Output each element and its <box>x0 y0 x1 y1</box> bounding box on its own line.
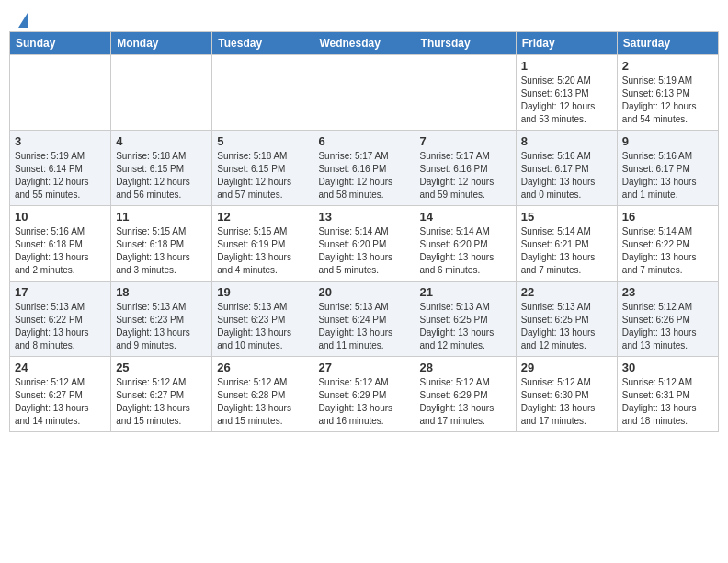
day-info: Sunrise: 5:19 AM Sunset: 6:14 PM Dayligh… <box>15 150 106 201</box>
day-info: Sunrise: 5:12 AM Sunset: 6:30 PM Dayligh… <box>521 376 612 428</box>
day-info: Sunrise: 5:18 AM Sunset: 6:15 PM Dayligh… <box>116 150 207 201</box>
day-cell: 8Sunrise: 5:16 AM Sunset: 6:17 PM Daylig… <box>516 131 617 206</box>
day-number: 9 <box>622 134 713 148</box>
day-info: Sunrise: 5:19 AM Sunset: 6:13 PM Dayligh… <box>622 75 713 126</box>
day-info: Sunrise: 5:17 AM Sunset: 6:16 PM Dayligh… <box>318 150 409 201</box>
week-row-1: 1Sunrise: 5:20 AM Sunset: 6:13 PM Daylig… <box>10 55 719 131</box>
day-number: 15 <box>521 210 612 224</box>
day-cell: 20Sunrise: 5:13 AM Sunset: 6:24 PM Dayli… <box>313 282 415 357</box>
day-cell: 27Sunrise: 5:12 AM Sunset: 6:29 PM Dayli… <box>313 357 415 432</box>
day-info: Sunrise: 5:15 AM Sunset: 6:19 PM Dayligh… <box>217 225 308 277</box>
day-info: Sunrise: 5:17 AM Sunset: 6:16 PM Dayligh… <box>420 150 511 201</box>
day-cell: 23Sunrise: 5:12 AM Sunset: 6:26 PM Dayli… <box>617 282 718 357</box>
day-cell <box>111 55 212 131</box>
day-number: 23 <box>622 285 713 299</box>
logo-triangle-icon <box>18 13 28 28</box>
day-info: Sunrise: 5:12 AM Sunset: 6:26 PM Dayligh… <box>622 301 713 352</box>
dow-header-monday: Monday <box>111 32 212 55</box>
day-cell: 2Sunrise: 5:19 AM Sunset: 6:13 PM Daylig… <box>617 55 718 131</box>
day-cell <box>415 55 516 131</box>
day-info: Sunrise: 5:12 AM Sunset: 6:31 PM Dayligh… <box>622 376 713 428</box>
day-cell: 29Sunrise: 5:12 AM Sunset: 6:30 PM Dayli… <box>516 357 617 432</box>
day-number: 3 <box>15 134 106 148</box>
day-cell: 18Sunrise: 5:13 AM Sunset: 6:23 PM Dayli… <box>111 282 212 357</box>
dow-header-thursday: Thursday <box>415 32 516 55</box>
dow-header-friday: Friday <box>516 32 617 55</box>
day-cell: 11Sunrise: 5:15 AM Sunset: 6:18 PM Dayli… <box>111 206 212 282</box>
week-row-3: 10Sunrise: 5:16 AM Sunset: 6:18 PM Dayli… <box>10 206 719 282</box>
day-number: 26 <box>217 361 308 374</box>
day-number: 19 <box>217 285 308 299</box>
dow-header-saturday: Saturday <box>617 32 718 55</box>
day-cell: 7Sunrise: 5:17 AM Sunset: 6:16 PM Daylig… <box>415 131 516 206</box>
day-number: 10 <box>15 210 106 224</box>
day-cell: 13Sunrise: 5:14 AM Sunset: 6:20 PM Dayli… <box>313 206 415 282</box>
day-info: Sunrise: 5:13 AM Sunset: 6:22 PM Dayligh… <box>15 301 106 352</box>
day-cell: 1Sunrise: 5:20 AM Sunset: 6:13 PM Daylig… <box>516 55 617 131</box>
day-info: Sunrise: 5:13 AM Sunset: 6:24 PM Dayligh… <box>318 301 409 352</box>
dow-header-wednesday: Wednesday <box>313 32 415 55</box>
day-info: Sunrise: 5:14 AM Sunset: 6:20 PM Dayligh… <box>318 225 409 277</box>
day-number: 8 <box>521 134 612 148</box>
day-cell: 4Sunrise: 5:18 AM Sunset: 6:15 PM Daylig… <box>111 131 212 206</box>
day-cell: 12Sunrise: 5:15 AM Sunset: 6:19 PM Dayli… <box>212 206 313 282</box>
day-number: 16 <box>622 210 713 224</box>
day-number: 2 <box>622 59 713 73</box>
day-cell: 3Sunrise: 5:19 AM Sunset: 6:14 PM Daylig… <box>10 131 111 206</box>
day-number: 4 <box>116 134 207 148</box>
day-info: Sunrise: 5:12 AM Sunset: 6:29 PM Dayligh… <box>318 376 409 428</box>
day-cell <box>10 55 111 131</box>
day-number: 21 <box>420 285 511 299</box>
day-number: 14 <box>420 210 511 224</box>
day-number: 11 <box>116 210 207 224</box>
day-info: Sunrise: 5:13 AM Sunset: 6:23 PM Dayligh… <box>116 301 207 352</box>
week-row-5: 24Sunrise: 5:12 AM Sunset: 6:27 PM Dayli… <box>10 357 719 432</box>
day-info: Sunrise: 5:12 AM Sunset: 6:29 PM Dayligh… <box>420 376 511 428</box>
dow-header-tuesday: Tuesday <box>212 32 313 55</box>
day-number: 18 <box>116 285 207 299</box>
day-number: 20 <box>318 285 409 299</box>
day-number: 13 <box>318 210 409 224</box>
day-info: Sunrise: 5:16 AM Sunset: 6:17 PM Dayligh… <box>622 150 713 201</box>
day-cell: 24Sunrise: 5:12 AM Sunset: 6:27 PM Dayli… <box>10 357 111 432</box>
day-number: 25 <box>116 361 207 374</box>
day-number: 27 <box>318 361 409 374</box>
calendar: SundayMondayTuesdayWednesdayThursdayFrid… <box>9 31 719 432</box>
day-number: 28 <box>420 361 511 374</box>
day-cell: 28Sunrise: 5:12 AM Sunset: 6:29 PM Dayli… <box>415 357 516 432</box>
day-info: Sunrise: 5:20 AM Sunset: 6:13 PM Dayligh… <box>521 75 612 126</box>
day-cell: 19Sunrise: 5:13 AM Sunset: 6:23 PM Dayli… <box>212 282 313 357</box>
day-info: Sunrise: 5:14 AM Sunset: 6:22 PM Dayligh… <box>622 225 713 277</box>
day-cell: 6Sunrise: 5:17 AM Sunset: 6:16 PM Daylig… <box>313 131 415 206</box>
day-info: Sunrise: 5:12 AM Sunset: 6:27 PM Dayligh… <box>15 376 106 428</box>
header <box>9 9 719 28</box>
day-cell: 17Sunrise: 5:13 AM Sunset: 6:22 PM Dayli… <box>10 282 111 357</box>
logo <box>17 13 28 24</box>
calendar-body: 1Sunrise: 5:20 AM Sunset: 6:13 PM Daylig… <box>10 55 719 432</box>
day-info: Sunrise: 5:12 AM Sunset: 6:27 PM Dayligh… <box>116 376 207 428</box>
day-number: 6 <box>318 134 409 148</box>
day-info: Sunrise: 5:15 AM Sunset: 6:18 PM Dayligh… <box>116 225 207 277</box>
day-number: 24 <box>15 361 106 374</box>
day-cell: 16Sunrise: 5:14 AM Sunset: 6:22 PM Dayli… <box>617 206 718 282</box>
day-number: 1 <box>521 59 612 73</box>
day-info: Sunrise: 5:16 AM Sunset: 6:18 PM Dayligh… <box>15 225 106 277</box>
day-number: 30 <box>622 361 713 374</box>
day-cell <box>313 55 415 131</box>
day-cell: 25Sunrise: 5:12 AM Sunset: 6:27 PM Dayli… <box>111 357 212 432</box>
day-number: 5 <box>217 134 308 148</box>
days-of-week-row: SundayMondayTuesdayWednesdayThursdayFrid… <box>10 32 719 55</box>
day-number: 12 <box>217 210 308 224</box>
dow-header-sunday: Sunday <box>10 32 111 55</box>
day-info: Sunrise: 5:16 AM Sunset: 6:17 PM Dayligh… <box>521 150 612 201</box>
day-cell: 14Sunrise: 5:14 AM Sunset: 6:20 PM Dayli… <box>415 206 516 282</box>
day-number: 29 <box>521 361 612 374</box>
day-info: Sunrise: 5:13 AM Sunset: 6:25 PM Dayligh… <box>420 301 511 352</box>
day-cell <box>212 55 313 131</box>
day-number: 22 <box>521 285 612 299</box>
day-cell: 5Sunrise: 5:18 AM Sunset: 6:15 PM Daylig… <box>212 131 313 206</box>
day-cell: 10Sunrise: 5:16 AM Sunset: 6:18 PM Dayli… <box>10 206 111 282</box>
day-number: 7 <box>420 134 511 148</box>
day-cell: 15Sunrise: 5:14 AM Sunset: 6:21 PM Dayli… <box>516 206 617 282</box>
day-cell: 26Sunrise: 5:12 AM Sunset: 6:28 PM Dayli… <box>212 357 313 432</box>
